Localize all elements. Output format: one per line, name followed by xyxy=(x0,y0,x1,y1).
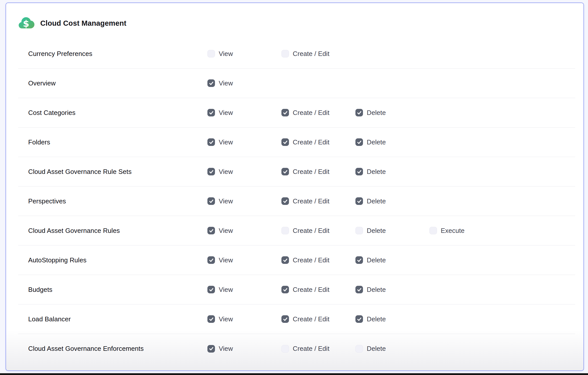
permission-checkbox[interactable] xyxy=(207,50,215,57)
permission-cell: Create / Edit xyxy=(281,256,355,264)
permission-checkbox[interactable] xyxy=(207,227,215,234)
permission-cell: View xyxy=(207,79,281,87)
permission-checkbox-label[interactable]: View xyxy=(219,197,233,205)
permission-rows: Currency Preferences View Create / Edit … xyxy=(18,39,575,363)
permission-cell: Delete xyxy=(355,286,429,294)
permission-checkbox[interactable] xyxy=(207,315,215,323)
permission-checkbox[interactable] xyxy=(281,345,289,353)
permission-checkbox[interactable] xyxy=(355,286,363,293)
permission-checkbox[interactable] xyxy=(355,256,363,264)
permission-checkbox-label[interactable]: View xyxy=(219,109,233,117)
permission-checkbox-label[interactable]: Create / Edit xyxy=(293,50,329,58)
permission-checkbox[interactable] xyxy=(281,197,289,205)
permission-checkbox-label[interactable]: View xyxy=(219,227,233,235)
permission-checkbox[interactable] xyxy=(281,50,289,57)
permission-checkbox[interactable] xyxy=(355,197,363,205)
permission-checkbox[interactable] xyxy=(355,315,363,323)
checkmark-icon xyxy=(209,287,214,292)
permission-cell: Create / Edit xyxy=(281,138,355,146)
permission-checkbox-label[interactable]: View xyxy=(219,315,233,323)
permission-row-label: Cost Categories xyxy=(28,109,207,117)
permission-row-label: Budgets xyxy=(28,286,207,294)
permission-checkbox-label[interactable]: Delete xyxy=(367,286,386,294)
permission-checkbox-label[interactable]: View xyxy=(219,286,233,294)
permission-checkbox-label[interactable]: Create / Edit xyxy=(293,138,329,146)
checkmark-icon xyxy=(283,258,288,263)
permission-checkbox[interactable] xyxy=(207,286,215,293)
permission-checkbox-label[interactable]: Execute xyxy=(441,227,465,235)
permission-checkbox[interactable] xyxy=(355,345,363,353)
permission-checkbox-label[interactable]: Create / Edit xyxy=(293,109,329,117)
permission-row: Overview View xyxy=(18,69,575,98)
permission-checkbox-label[interactable]: Create / Edit xyxy=(293,227,329,235)
permission-cell: Delete xyxy=(355,197,429,205)
permission-checkbox-label[interactable]: Create / Edit xyxy=(293,256,329,264)
permission-checkbox[interactable] xyxy=(355,227,363,234)
permission-checkbox-label[interactable]: Delete xyxy=(367,345,386,353)
permission-checkbox[interactable] xyxy=(281,256,289,264)
permission-checkbox-label[interactable]: Create / Edit xyxy=(293,286,329,294)
checkmark-icon xyxy=(283,287,288,292)
permission-row-label: Cloud Asset Governance Rules xyxy=(28,227,207,235)
permission-row: Perspectives View Create / Edit Delete xyxy=(18,186,575,216)
permission-checkbox[interactable] xyxy=(207,79,215,87)
permission-row: Folders View Create / Edit Delete xyxy=(18,128,575,157)
permission-checkbox-label[interactable]: Delete xyxy=(367,197,386,205)
permission-checkbox-label[interactable]: View xyxy=(219,79,233,87)
permission-cell: Create / Edit xyxy=(281,197,355,205)
permission-checkbox[interactable] xyxy=(355,109,363,116)
permission-checkbox[interactable] xyxy=(355,138,363,146)
permission-checkbox-label[interactable]: View xyxy=(219,345,233,353)
permission-checkbox-label[interactable]: Delete xyxy=(367,227,386,235)
checkmark-icon xyxy=(357,199,362,204)
permission-checkbox[interactable] xyxy=(281,168,289,175)
permission-row-label: AutoStopping Rules xyxy=(28,256,207,264)
permission-checkbox-label[interactable]: Delete xyxy=(367,315,386,323)
permission-checkbox[interactable] xyxy=(207,168,215,175)
permission-checkbox-label[interactable]: Create / Edit xyxy=(293,197,329,205)
permission-checkbox-label[interactable]: View xyxy=(219,168,233,176)
checkmark-icon xyxy=(283,199,288,204)
permission-checkbox[interactable] xyxy=(207,138,215,146)
permission-checkbox-label[interactable]: View xyxy=(219,50,233,58)
permission-cell: View xyxy=(207,50,281,58)
permission-cell: Create / Edit xyxy=(281,168,355,176)
checkmark-icon xyxy=(357,317,362,322)
permission-cell: Create / Edit xyxy=(281,286,355,294)
permission-checkbox[interactable] xyxy=(207,109,215,116)
permission-checkbox[interactable] xyxy=(281,315,289,323)
checkmark-icon xyxy=(283,169,288,174)
cloud-cost-management-card: $ Cloud Cost Management Currency Prefere… xyxy=(6,3,584,371)
permission-row-label: Currency Preferences xyxy=(28,50,207,58)
permission-checkbox[interactable] xyxy=(281,109,289,116)
permission-checkbox[interactable] xyxy=(429,227,437,234)
permission-checkbox[interactable] xyxy=(207,345,215,353)
permission-checkbox-label[interactable]: View xyxy=(219,256,233,264)
permission-checkbox-label[interactable]: Delete xyxy=(367,256,386,264)
permission-cell: View xyxy=(207,138,281,146)
permission-checkbox-label[interactable]: Delete xyxy=(367,168,386,176)
permission-checkbox[interactable] xyxy=(355,168,363,175)
permission-checkbox[interactable] xyxy=(207,256,215,264)
permission-row: Currency Preferences View Create / Edit xyxy=(18,39,575,69)
permission-checkbox-label[interactable]: View xyxy=(219,138,233,146)
permission-checkbox-label[interactable]: Delete xyxy=(367,138,386,146)
permission-checkbox[interactable] xyxy=(281,138,289,146)
permission-cell: Delete xyxy=(355,168,429,176)
permission-cell: View xyxy=(207,315,281,323)
permission-checkbox-label[interactable]: Create / Edit xyxy=(293,168,329,176)
permission-checkbox-label[interactable]: Create / Edit xyxy=(293,345,329,353)
permission-row-label: Cloud Asset Governance Rule Sets xyxy=(28,168,207,176)
checkmark-icon xyxy=(283,110,288,115)
permission-row-label: Load Balancer xyxy=(28,315,207,323)
permission-cell: View xyxy=(207,168,281,176)
permission-checkbox[interactable] xyxy=(207,197,215,205)
permission-checkbox[interactable] xyxy=(281,227,289,234)
checkmark-icon xyxy=(283,317,288,322)
permission-cell: Delete xyxy=(355,109,429,117)
permission-cell: View xyxy=(207,286,281,294)
permission-row-label: Perspectives xyxy=(28,197,207,205)
permission-checkbox-label[interactable]: Create / Edit xyxy=(293,315,329,323)
permission-checkbox[interactable] xyxy=(281,286,289,293)
permission-checkbox-label[interactable]: Delete xyxy=(367,109,386,117)
